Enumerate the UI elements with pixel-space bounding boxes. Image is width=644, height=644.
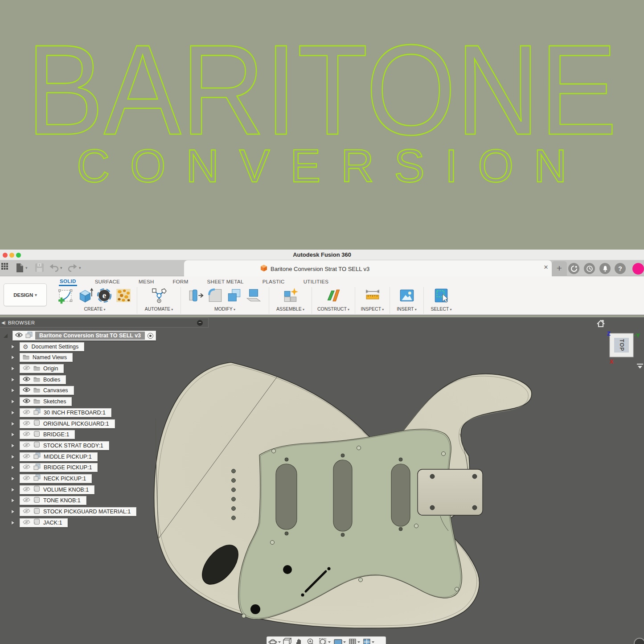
- assemble-icon[interactable]: [282, 287, 299, 306]
- ribbon-tab-mesh[interactable]: MESH: [138, 278, 155, 286]
- close-tab-icon[interactable]: ✕: [542, 264, 550, 271]
- help-icon[interactable]: ?: [615, 263, 626, 274]
- measure-icon[interactable]: [364, 287, 381, 306]
- expand-arrow-icon[interactable]: [12, 422, 14, 426]
- visibility-eye-icon[interactable]: [23, 464, 30, 472]
- document-tab[interactable]: Baritone Conversion Strat TO SELL v3 ✕: [184, 260, 552, 276]
- tree-item[interactable]: BRIDGE:1: [20, 430, 75, 439]
- ribbon-tab-solid[interactable]: SOLID: [59, 277, 77, 286]
- tree-root-label[interactable]: Baritone Conversion Strat TO SELL v3: [35, 332, 145, 340]
- expand-arrow-icon[interactable]: [12, 444, 14, 447]
- root-expand-icon[interactable]: [4, 334, 8, 338]
- new-file-icon[interactable]: [15, 263, 24, 275]
- visibility-eye-icon[interactable]: [23, 442, 30, 450]
- tree-item[interactable]: 30 INCH FRETBOARD:1: [20, 408, 111, 417]
- nav-toolbar[interactable]: [267, 636, 386, 644]
- insert-image-icon[interactable]: [398, 287, 415, 306]
- redo-dropdown-caret[interactable]: ▾: [79, 266, 81, 270]
- tree-item[interactable]: Canvases: [20, 386, 74, 395]
- tree-item[interactable]: NECK PICKUP:1: [20, 474, 92, 483]
- tree-item[interactable]: TONE KNOB:1: [20, 496, 86, 505]
- extrude-icon[interactable]: [77, 287, 94, 306]
- view-cube-menu-caret[interactable]: [637, 364, 643, 369]
- combine-icon[interactable]: [226, 287, 243, 306]
- job-status-icon[interactable]: [584, 263, 595, 274]
- construct-group-label[interactable]: CONSTRUCT: [317, 306, 349, 312]
- new-file-dropdown-caret[interactable]: ▾: [25, 266, 28, 270]
- visibility-eye-icon[interactable]: [23, 386, 30, 394]
- expand-arrow-icon[interactable]: [12, 433, 14, 436]
- ribbon-tab-form[interactable]: FORM: [172, 278, 189, 286]
- assemble-group-label[interactable]: ASSEMBLE: [276, 306, 304, 312]
- browser-minimize-icon[interactable]: −: [197, 320, 203, 326]
- expand-arrow-icon[interactable]: [12, 345, 14, 349]
- automate-group-label[interactable]: AUTOMATE: [145, 306, 173, 312]
- save-icon[interactable]: [35, 263, 44, 274]
- modify-group-label[interactable]: MODIFY: [214, 306, 235, 312]
- visibility-eye-icon[interactable]: [23, 453, 30, 461]
- visibility-eye-icon[interactable]: [23, 475, 30, 483]
- automate-icon[interactable]: [150, 287, 168, 306]
- create-sketch-icon[interactable]: [57, 287, 74, 306]
- tree-item[interactable]: Bodies: [20, 375, 66, 384]
- expand-arrow-icon[interactable]: [12, 367, 14, 370]
- viewports-icon[interactable]: [364, 639, 370, 644]
- tree-item[interactable]: ⚙Document Settings: [20, 342, 84, 351]
- new-tab-button[interactable]: +: [552, 261, 567, 276]
- neck-pickup-slot[interactable]: [276, 464, 297, 529]
- expand-arrow-icon[interactable]: [12, 378, 14, 381]
- undo-icon[interactable]: [49, 263, 59, 274]
- user-avatar[interactable]: [632, 263, 644, 275]
- construct-icon[interactable]: [325, 287, 342, 306]
- inspect-group-label[interactable]: INSPECT: [361, 306, 384, 312]
- insert-group-label[interactable]: INSERT: [397, 306, 417, 312]
- visibility-eye-icon[interactable]: [23, 486, 30, 494]
- ribbon-tab-utilities[interactable]: UTILITIES: [303, 278, 329, 286]
- extensions-icon[interactable]: [568, 263, 579, 274]
- tree-item[interactable]: STOCK STRAT BODY:1: [20, 441, 109, 450]
- texture-pattern-icon[interactable]: [115, 287, 132, 306]
- tree-item[interactable]: VOLUME KNOB:1: [20, 485, 94, 494]
- visibility-eye-icon[interactable]: [23, 496, 30, 505]
- home-icon[interactable]: [597, 320, 604, 327]
- bridge-pickup-slot[interactable]: [391, 464, 410, 526]
- ribbon-tab-surface[interactable]: SURFACE: [94, 278, 121, 286]
- tree-item[interactable]: Named Views: [20, 353, 73, 362]
- expand-arrow-icon[interactable]: [12, 499, 14, 502]
- expand-arrow-icon[interactable]: [12, 466, 14, 469]
- expand-arrow-icon[interactable]: [12, 411, 14, 414]
- visibility-eye-icon[interactable]: [23, 431, 30, 439]
- visibility-eye-icon[interactable]: [23, 508, 30, 516]
- visibility-eye-icon[interactable]: [15, 332, 23, 340]
- visibility-eye-icon[interactable]: [23, 409, 30, 417]
- viewport-canvas[interactable]: ◀| BROWSER − Baritone Conversion Strat T…: [0, 317, 644, 644]
- browser-panel-header[interactable]: ◀| BROWSER −: [0, 318, 209, 328]
- visibility-eye-icon[interactable]: [23, 376, 30, 384]
- design-menu-button[interactable]: DESIGN: [4, 283, 47, 306]
- ribbon-tab-plastic[interactable]: PLASTIC: [262, 278, 286, 286]
- middle-pickup-slot[interactable]: [333, 460, 352, 531]
- display-settings-icon[interactable]: [334, 640, 342, 644]
- tree-item[interactable]: MIDDLE PICKUP:1: [20, 452, 98, 461]
- split-body-icon[interactable]: [245, 287, 262, 306]
- collapse-browser-icon[interactable]: ◀|: [1, 320, 5, 325]
- vendor-logo-icon[interactable]: e: [96, 287, 113, 306]
- expand-arrow-icon[interactable]: [12, 488, 14, 492]
- tree-root-row[interactable]: Baritone Conversion Strat TO SELL v3: [0, 331, 214, 340]
- view-cube-face-label[interactable]: TOP: [619, 339, 625, 351]
- ribbon-tab-sheet-metal[interactable]: SHEET METAL: [206, 278, 245, 286]
- select-group-label[interactable]: SELECT: [431, 306, 451, 312]
- visibility-eye-icon[interactable]: [23, 398, 30, 406]
- expand-arrow-icon[interactable]: [12, 521, 14, 525]
- fillet-icon[interactable]: [207, 287, 224, 306]
- active-component-radio[interactable]: [148, 333, 153, 339]
- create-group-label[interactable]: CREATE: [84, 306, 105, 312]
- expand-arrow-icon[interactable]: [12, 477, 14, 480]
- expand-arrow-icon[interactable]: [12, 400, 14, 403]
- visibility-eye-icon[interactable]: [23, 420, 30, 428]
- redo-icon[interactable]: [68, 263, 78, 274]
- grid-snap-icon[interactable]: [349, 639, 356, 644]
- notifications-bell-icon[interactable]: [599, 263, 611, 274]
- press-pull-icon[interactable]: [188, 287, 205, 306]
- view-cube[interactable]: TOP Z -Y X: [595, 318, 644, 371]
